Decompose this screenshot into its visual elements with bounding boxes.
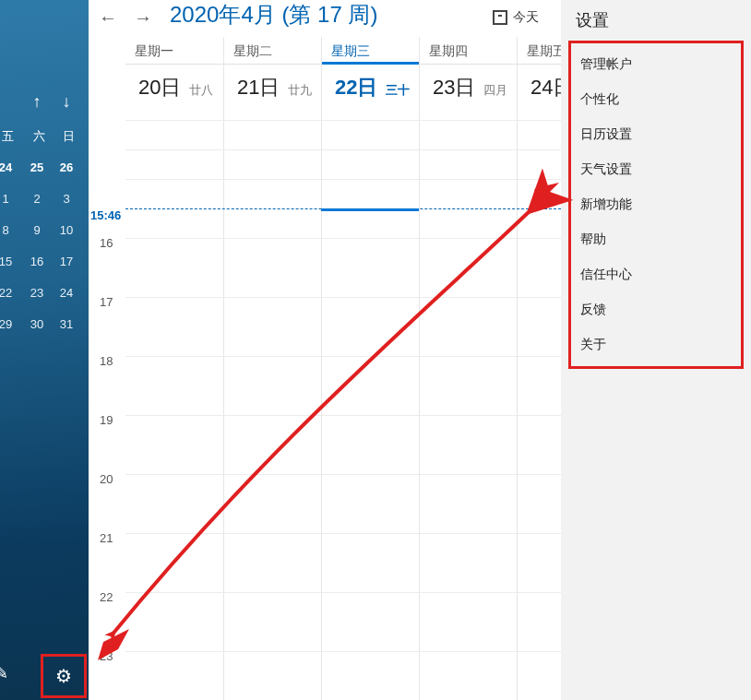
mini-cal-up-icon[interactable]: ↑ (26, 92, 48, 112)
mini-cal-day[interactable]: 31 (55, 314, 77, 336)
hour-label: 16 (100, 236, 113, 250)
settings-title: 设置 (561, 0, 751, 41)
mini-cal-day[interactable]: 8 (0, 219, 17, 242)
settings-item-calendar-settings[interactable]: 日历设置 (571, 117, 741, 152)
settings-item-trust-center[interactable]: 信任中心 (571, 257, 741, 292)
mini-cal-day[interactable]: 17 (55, 251, 77, 273)
day-number: 20日 (138, 76, 181, 99)
edit-icon[interactable]: ✎ (0, 663, 8, 683)
mini-cal-row: 8 9 10 (0, 216, 89, 247)
annotation-highlight-settings: ⚙ (41, 654, 87, 698)
mini-cal-day[interactable]: 26 (55, 157, 77, 179)
day-column-tue[interactable]: 星期二 21日 廿九 (223, 37, 321, 700)
mini-cal-day[interactable]: 10 (55, 219, 77, 242)
settings-item-whats-new[interactable]: 新增功能 (571, 187, 741, 222)
day-column-wed[interactable]: 星期三 22日 三十 (321, 37, 419, 700)
settings-item-feedback[interactable]: 反馈 (571, 292, 741, 327)
mini-cal-day[interactable]: 15 (0, 251, 17, 273)
settings-panel: 设置 管理帐户 个性化 日历设置 天气设置 新增功能 帮助 信任中心 反馈 关于 (561, 0, 751, 700)
day-lunar: 廿八 (189, 83, 213, 97)
day-head: 星期四 (420, 37, 517, 65)
hour-label: 18 (100, 354, 113, 368)
current-time-line-today-segment (321, 208, 419, 211)
settings-item-help[interactable]: 帮助 (571, 222, 741, 257)
mini-cal-day[interactable]: 16 (26, 251, 48, 273)
hour-label: 22 (100, 590, 113, 604)
mini-cal-day[interactable]: 23 (26, 282, 48, 304)
mini-cal-day[interactable]: 24 (55, 282, 77, 304)
mini-cal-weekday: 六 (24, 128, 54, 145)
hour-grid[interactable] (322, 120, 419, 700)
hour-label: 19 (100, 413, 113, 427)
mini-cal-weekday: 日 (54, 128, 83, 145)
mini-cal-day[interactable]: 3 (55, 188, 77, 210)
hour-label: 17 (100, 295, 113, 309)
day-head: 星期三 (322, 37, 419, 65)
mini-cal-down-icon[interactable]: ↓ (55, 92, 77, 112)
today-button[interactable]: 今天 (493, 6, 539, 30)
day-head: 星期二 (224, 37, 321, 65)
current-time-line (125, 208, 561, 209)
mini-cal-day[interactable]: 1 (0, 188, 17, 210)
next-week-icon[interactable]: → (129, 4, 157, 31)
mini-cal-row: 1 2 3 (0, 184, 89, 216)
mini-cal-weekday: 五 (0, 128, 22, 145)
sidebar: ↑ ↓ 五 六 日 24 25 26 1 2 3 8 9 10 15 16 17… (0, 0, 89, 700)
settings-item-about[interactable]: 关于 (571, 327, 741, 362)
mini-cal-row: 29 30 31 (0, 310, 89, 341)
mini-cal-day[interactable]: 30 (26, 314, 48, 336)
prev-week-icon[interactable]: ← (94, 4, 122, 31)
mini-cal-nav: ↑ ↓ (0, 92, 89, 122)
day-column-mon[interactable]: 星期一 20日 廿八 (125, 37, 223, 700)
settings-item-manage-account[interactable]: 管理帐户 (571, 47, 741, 82)
day-date: 20日 廿八 (125, 65, 223, 120)
day-number: 21日 (237, 76, 280, 99)
hour-label: 23 (100, 649, 113, 663)
day-head: 星期一 (125, 37, 223, 65)
day-lunar: 廿九 (288, 83, 312, 97)
hour-gutter: 15:46 16 17 18 19 20 21 22 23 (89, 120, 125, 700)
mini-cal-weekday-row: 五 六 日 (0, 125, 89, 149)
day-number: 23日 (433, 76, 475, 99)
day-number: 22日 (335, 76, 377, 99)
settings-gear-icon[interactable]: ⚙ (55, 665, 72, 687)
settings-item-personalize[interactable]: 个性化 (571, 82, 741, 117)
day-lunar: 三十 (386, 83, 410, 97)
mini-cal-day[interactable]: 2 (26, 188, 48, 210)
settings-item-weather-settings[interactable]: 天气设置 (571, 152, 741, 187)
mini-cal-day[interactable]: 24 (0, 157, 17, 179)
today-icon (493, 10, 507, 25)
hour-label: 20 (100, 472, 113, 486)
day-date: 22日 三十 (322, 65, 419, 120)
day-column-thu[interactable]: 星期四 23日 四月 (419, 37, 517, 700)
hour-grid[interactable] (224, 120, 321, 700)
mini-cal-row: 15 16 17 (0, 247, 89, 279)
calendar-title: 2020年4月 (第 17 周) (170, 0, 377, 30)
sidebar-bottom-bar: ✎ ⚙ (0, 650, 89, 700)
mini-cal-day[interactable]: 25 (26, 157, 48, 179)
mini-cal-row: 24 25 26 (0, 153, 89, 184)
mini-cal-day[interactable]: 22 (0, 282, 17, 304)
mini-cal-day[interactable]: 29 (0, 314, 17, 336)
day-lunar: 四月 (483, 83, 507, 97)
hour-label: 21 (100, 531, 113, 545)
hour-grid[interactable] (420, 120, 517, 700)
mini-cal-row: 22 23 24 (0, 279, 89, 310)
mini-cal-day[interactable]: 9 (26, 219, 48, 242)
annotation-highlight-settings-list: 管理帐户 个性化 日历设置 天气设置 新增功能 帮助 信任中心 反馈 关于 (568, 41, 744, 369)
day-date: 21日 廿九 (224, 65, 321, 120)
today-label: 今天 (513, 9, 539, 26)
current-time-label: 15:46 (90, 208, 121, 222)
hour-grid[interactable] (125, 120, 223, 700)
day-date: 23日 四月 (420, 65, 517, 120)
